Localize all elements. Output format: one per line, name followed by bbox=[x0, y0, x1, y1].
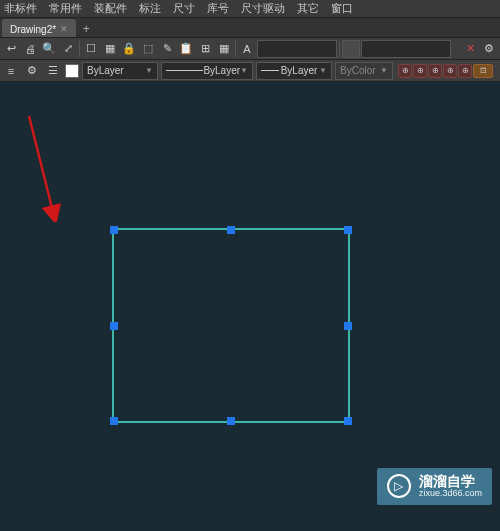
undo-icon[interactable]: ↩ bbox=[2, 40, 20, 58]
dim-style-input[interactable] bbox=[361, 40, 451, 58]
grip-bottom-left[interactable] bbox=[110, 417, 118, 425]
edit-icon[interactable]: ✎ bbox=[158, 40, 176, 58]
chevron-down-icon: ▼ bbox=[240, 66, 248, 75]
drawing-canvas[interactable]: ▷ 溜溜自学 zixue.3d66.com bbox=[0, 82, 500, 531]
status-toggle-3[interactable]: ⊕ bbox=[428, 64, 442, 78]
grip-top-mid[interactable] bbox=[227, 226, 235, 234]
linetype-dropdown-value: ByLayer bbox=[203, 65, 240, 76]
layer-color-swatch[interactable] bbox=[65, 64, 79, 78]
tab-label: Drawing2* bbox=[10, 24, 56, 35]
menu-item-window[interactable]: 窗口 bbox=[331, 1, 353, 16]
watermark-badge: ▷ 溜溜自学 zixue.3d66.com bbox=[377, 468, 492, 505]
layout-icon[interactable]: ▦ bbox=[215, 40, 233, 58]
status-toggle-5[interactable]: ⊕ bbox=[458, 64, 472, 78]
menu-bar: 非标件 常用件 装配件 标注 尺寸 库号 尺寸驱动 其它 窗口 bbox=[0, 0, 500, 18]
lineweight-dropdown[interactable]: ByLayer ▼ bbox=[256, 62, 332, 80]
menu-item-common[interactable]: 常用件 bbox=[49, 1, 82, 16]
close-tool-icon[interactable]: ✕ bbox=[461, 40, 479, 58]
window-icon[interactable]: ☐ bbox=[82, 40, 100, 58]
status-toggle-4[interactable]: ⊕ bbox=[443, 64, 457, 78]
lock-icon[interactable]: 🔒 bbox=[120, 40, 138, 58]
menu-item-nonstd[interactable]: 非标件 bbox=[4, 1, 37, 16]
layer-props-icon[interactable]: ⚙ bbox=[23, 62, 41, 80]
separator bbox=[79, 41, 80, 57]
close-icon[interactable]: ✕ bbox=[60, 24, 68, 34]
layer-list-icon[interactable]: ≡ bbox=[2, 62, 20, 80]
paste-icon[interactable]: 📋 bbox=[177, 40, 195, 58]
grid-icon[interactable]: ▦ bbox=[101, 40, 119, 58]
zoom-icon[interactable]: 🔍 bbox=[40, 40, 58, 58]
menu-item-dimdrive[interactable]: 尺寸驱动 bbox=[241, 1, 285, 16]
properties-toolbar: ≡ ⚙ ☰ ByLayer ▼ ByLayer ▼ ByLayer ▼ ByCo… bbox=[0, 60, 500, 82]
annotation-arrow bbox=[25, 112, 65, 222]
add-tab-button[interactable]: + bbox=[78, 21, 94, 37]
separator bbox=[339, 41, 340, 57]
grip-mid-left[interactable] bbox=[110, 322, 118, 330]
layer-states-icon[interactable]: ☰ bbox=[44, 62, 62, 80]
grip-top-right[interactable] bbox=[344, 226, 352, 234]
lineweight-preview bbox=[261, 70, 279, 71]
status-toggle-end[interactable]: ⊡ bbox=[473, 64, 493, 78]
play-icon: ▷ bbox=[387, 474, 411, 498]
grip-mid-right[interactable] bbox=[344, 322, 352, 330]
print-icon[interactable]: 🖨 bbox=[21, 40, 39, 58]
main-toolbar: ↩ 🖨 🔍 ⤢ ☐ ▦ 🔒 ⬚ ✎ 📋 ⊞ ▦ A ✕ ⚙ bbox=[0, 38, 500, 60]
document-tab-bar: Drawing2* ✕ + bbox=[0, 18, 500, 38]
separator bbox=[235, 41, 236, 57]
grip-bottom-mid[interactable] bbox=[227, 417, 235, 425]
watermark-title: 溜溜自学 bbox=[419, 474, 482, 489]
chevron-down-icon: ▼ bbox=[145, 66, 153, 75]
pan-icon[interactable]: ⤢ bbox=[59, 40, 77, 58]
linetype-dropdown[interactable]: ByLayer ▼ bbox=[161, 62, 253, 80]
lineweight-dropdown-value: ByLayer bbox=[281, 65, 318, 76]
status-toggle-2[interactable]: ⊕ bbox=[413, 64, 427, 78]
status-toggle-1[interactable]: ⊕ bbox=[398, 64, 412, 78]
grip-bottom-right[interactable] bbox=[344, 417, 352, 425]
svg-line-0 bbox=[29, 116, 55, 220]
chevron-down-icon: ▼ bbox=[319, 66, 327, 75]
layer-dropdown-value: ByLayer bbox=[87, 65, 124, 76]
menu-item-dimension[interactable]: 尺寸 bbox=[173, 1, 195, 16]
text-style-input[interactable] bbox=[257, 40, 337, 58]
menu-item-library[interactable]: 库号 bbox=[207, 1, 229, 16]
chevron-down-icon: ▼ bbox=[380, 66, 388, 75]
color-picker[interactable] bbox=[342, 40, 360, 58]
plotstyle-dropdown[interactable]: ByColor ▼ bbox=[335, 62, 393, 80]
linetype-preview bbox=[166, 70, 203, 71]
layer-dropdown[interactable]: ByLayer ▼ bbox=[82, 62, 158, 80]
settings-icon[interactable]: ⚙ bbox=[480, 40, 498, 58]
document-tab-active[interactable]: Drawing2* ✕ bbox=[2, 19, 76, 37]
text-tool-icon[interactable]: A bbox=[238, 40, 256, 58]
table-icon[interactable]: ⊞ bbox=[196, 40, 214, 58]
select-icon[interactable]: ⬚ bbox=[139, 40, 157, 58]
menu-item-other[interactable]: 其它 bbox=[297, 1, 319, 16]
menu-item-assembly[interactable]: 装配件 bbox=[94, 1, 127, 16]
status-toggle-group: ⊕ ⊕ ⊕ ⊕ ⊕ ⊡ bbox=[398, 64, 493, 78]
grip-top-left[interactable] bbox=[110, 226, 118, 234]
selected-rectangle[interactable] bbox=[112, 228, 350, 423]
plotstyle-dropdown-value: ByColor bbox=[340, 65, 376, 76]
menu-item-annotate[interactable]: 标注 bbox=[139, 1, 161, 16]
watermark-url: zixue.3d66.com bbox=[419, 489, 482, 499]
